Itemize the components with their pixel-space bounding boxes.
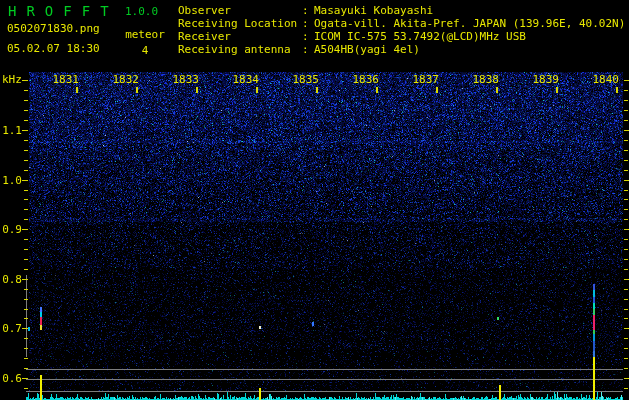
x-axis-label: 1838 (473, 73, 500, 86)
info-label: Receiving antenna (178, 43, 302, 56)
info-row-location: Receiving Location:Ogata-vill. Akita-Pre… (178, 17, 625, 30)
x-axis-label: 1831 (53, 73, 80, 86)
y-axis-label: 0.9 (0, 223, 22, 236)
meteor-count: 4 (123, 44, 167, 57)
x-axis-label: 1832 (113, 73, 140, 86)
info-row-observer: Observer:Masayuki Kobayashi (178, 4, 625, 17)
x-axis-label: 1834 (233, 73, 260, 86)
app-version: 1.0.0 (125, 5, 158, 18)
station-info-block: Observer:Masayuki Kobayashi Receiving Lo… (178, 4, 625, 56)
y-axis-label: 0.7 (0, 322, 22, 335)
x-axis-label: 1840 (593, 73, 620, 86)
info-label: Receiving Location (178, 17, 302, 30)
x-axis-label: 1833 (173, 73, 200, 86)
y-axis-label: 0.8 (0, 273, 22, 286)
spectrogram-canvas (0, 0, 629, 400)
hrofft-window: HROFFT 1.0.0 0502071830.png meteor 05.02… (0, 0, 629, 400)
observation-datetime: 05.02.07 18:30 (7, 42, 100, 55)
y-axis-label: 1.0 (0, 174, 22, 187)
mode-label: meteor (123, 28, 167, 41)
info-label: Observer (178, 4, 302, 17)
y-axis-unit-label: kHz (2, 73, 22, 86)
info-value: ICOM IC-575 53.7492(@LCD)MHz USB (314, 30, 526, 43)
info-colon: : (302, 4, 314, 17)
info-value: A504HB(yagi 4el) (314, 43, 420, 56)
y-axis-label: 1.1 (0, 124, 22, 137)
x-axis-label: 1839 (533, 73, 560, 86)
x-axis-label: 1837 (413, 73, 440, 86)
info-label: Receiver (178, 30, 302, 43)
info-colon: : (302, 43, 314, 56)
y-axis-label: 0.6 (0, 372, 22, 385)
info-row-receiver: Receiver:ICOM IC-575 53.7492(@LCD)MHz US… (178, 30, 625, 43)
x-axis-label: 1835 (293, 73, 320, 86)
info-colon: : (302, 17, 314, 30)
output-filename: 0502071830.png (7, 22, 100, 35)
app-title: HROFFT (8, 3, 119, 19)
info-value: Ogata-vill. Akita-Pref. JAPAN (139.96E, … (314, 17, 625, 30)
x-axis-label: 1836 (353, 73, 380, 86)
info-value: Masayuki Kobayashi (314, 4, 433, 17)
info-colon: : (302, 30, 314, 43)
info-row-antenna: Receiving antenna:A504HB(yagi 4el) (178, 43, 625, 56)
